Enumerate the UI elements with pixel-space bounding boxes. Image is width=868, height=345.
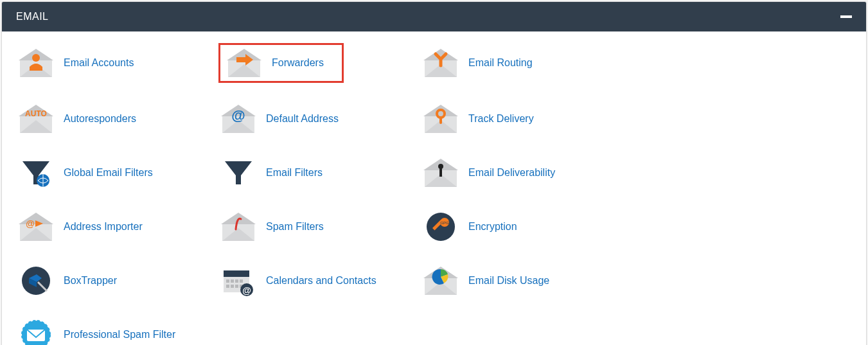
item-email-filters[interactable]: Email Filters [218, 155, 421, 191]
forwarders-icon [226, 48, 263, 78]
svg-text:@: @ [231, 107, 245, 123]
item-label: Default Address [266, 113, 339, 125]
item-label: Address Importer [64, 221, 143, 233]
item-label: Email Routing [468, 57, 533, 69]
item-label: Track Delivery [468, 113, 534, 125]
item-pro-spam-filter[interactable]: Professional Spam Filter [16, 317, 218, 345]
email-filters-icon [220, 157, 257, 188]
item-spam-filters[interactable]: Spam Filters [218, 209, 421, 245]
svg-rect-55 [231, 285, 234, 288]
svg-rect-56 [235, 285, 238, 288]
item-label: Email Disk Usage [468, 275, 549, 287]
item-label: Forwarders [272, 57, 324, 69]
track-delivery-icon [422, 103, 459, 134]
spam-filters-icon [220, 211, 257, 242]
encryption-icon: GPG [422, 211, 459, 242]
email-routing-icon [422, 48, 459, 78]
item-address-importer[interactable]: @ Address Importer [16, 209, 218, 245]
address-importer-icon: @ [17, 211, 55, 242]
svg-rect-54 [226, 285, 229, 288]
item-forwarders[interactable]: Forwarders [218, 43, 344, 83]
item-label: Global Email Filters [64, 167, 153, 179]
svg-text:GPG: GPG [440, 221, 449, 225]
item-label: Autoresponders [64, 113, 136, 125]
item-email-disk-usage[interactable]: Email Disk Usage [421, 263, 623, 299]
panel-header[interactable]: EMAIL [2, 2, 866, 31]
item-label: Email Deliverability [468, 167, 555, 179]
item-label: Calendars and Contacts [266, 275, 376, 287]
svg-rect-50 [226, 279, 229, 283]
collapse-icon[interactable] [840, 15, 852, 18]
autoresponders-icon: AUTO [17, 103, 55, 134]
item-label: Encryption [468, 221, 517, 233]
boxtrapper-icon [17, 265, 55, 296]
svg-rect-31 [439, 168, 442, 177]
svg-rect-52 [235, 279, 238, 283]
svg-text:@: @ [26, 218, 35, 229]
item-global-email-filters[interactable]: Global Email Filters [16, 155, 218, 191]
item-encryption[interactable]: GPG Encryption [421, 209, 623, 245]
item-boxtrapper[interactable]: BoxTrapper [16, 263, 218, 299]
svg-point-3 [32, 54, 40, 62]
item-default-address[interactable]: @ Default Address [218, 101, 421, 137]
item-label: BoxTrapper [64, 275, 117, 287]
email-items-grid: Email Accounts Forwarders [16, 43, 852, 345]
email-deliverability-icon [422, 157, 459, 188]
item-email-accounts[interactable]: Email Accounts [16, 43, 218, 83]
svg-rect-48 [224, 270, 249, 277]
email-disk-usage-icon [422, 265, 459, 296]
item-email-routing[interactable]: Email Routing [421, 43, 623, 83]
item-label: Professional Spam Filter [64, 329, 175, 341]
svg-rect-7 [236, 57, 245, 62]
svg-rect-53 [240, 279, 243, 283]
email-panel: EMAIL Email Accounts [1, 1, 867, 345]
default-address-icon: @ [220, 103, 257, 134]
item-email-deliverability[interactable]: Email Deliverability [421, 155, 623, 191]
pro-spam-filter-icon [17, 319, 55, 345]
svg-text:@: @ [242, 285, 251, 296]
panel-title: EMAIL [16, 11, 49, 22]
svg-text:AUTO: AUTO [25, 109, 47, 118]
global-email-filters-icon [17, 157, 55, 188]
item-label: Spam Filters [266, 221, 324, 233]
calendars-contacts-icon: @ [220, 265, 257, 296]
panel-body: Email Accounts Forwarders [2, 31, 866, 345]
svg-marker-26 [225, 161, 252, 184]
item-label: Email Filters [266, 167, 323, 179]
item-autoresponders[interactable]: AUTO Autoresponders [16, 101, 218, 137]
item-calendars-contacts[interactable]: @ Calendars and Contacts [218, 263, 421, 299]
email-accounts-icon [17, 48, 55, 78]
item-track-delivery[interactable]: Track Delivery [421, 101, 623, 137]
svg-point-40 [427, 213, 455, 241]
svg-rect-51 [231, 279, 234, 283]
item-label: Email Accounts [64, 57, 134, 69]
